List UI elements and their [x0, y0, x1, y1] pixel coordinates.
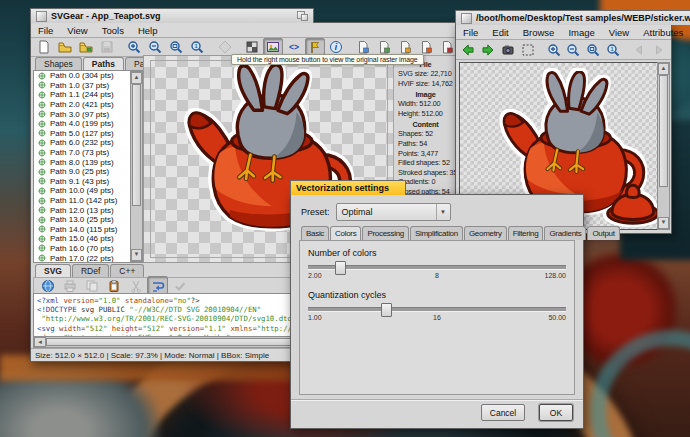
image-v-scrollbar[interactable]: ▲ ▼	[657, 62, 670, 230]
path-list-item[interactable]: Path 12.0 (13 pts)	[34, 205, 142, 215]
showimage-menu-browse[interactable]: Browse	[516, 27, 562, 38]
zoom-in-button[interactable]	[124, 38, 144, 57]
zoom-original-button[interactable]: 1	[187, 38, 207, 57]
number-of-colors-slider[interactable]	[308, 265, 566, 270]
dialog-tab-basic[interactable]: Basic	[301, 226, 329, 240]
showimage-menu-edit[interactable]: Edit	[485, 27, 515, 38]
path-list-item[interactable]: Path 0.0 (304 pts)	[34, 71, 142, 81]
info-row: HVIF size: 14,762	[394, 79, 457, 89]
path-target-icon	[38, 235, 46, 243]
forward-button[interactable]	[479, 40, 498, 59]
open-folder-button[interactable]	[55, 38, 75, 57]
path-list-item[interactable]: Path 9.0 (25 pts)	[34, 167, 142, 177]
scroll-up-icon[interactable]: ▲	[131, 72, 142, 84]
zoom-out-button[interactable]	[564, 40, 583, 59]
export-hvif-icon	[419, 40, 433, 54]
scroll-down-icon[interactable]: ▼	[131, 249, 142, 261]
path-list-item[interactable]: Path 1.1 (244 pts)	[34, 90, 142, 100]
cancel-button[interactable]: Cancel	[481, 404, 525, 421]
scroll-down-icon[interactable]: ▼	[658, 217, 669, 229]
path-target-icon	[38, 187, 46, 195]
page-prev-button[interactable]	[630, 40, 649, 59]
open-image-button[interactable]	[76, 38, 96, 57]
path-list-item[interactable]: Path 3.0 (97 pts)	[34, 109, 142, 119]
preset-value: Optimal	[342, 207, 373, 217]
path-target-icon	[38, 158, 46, 166]
path-list-item[interactable]: Path 14.0 (115 pts)	[34, 225, 142, 235]
path-list-item[interactable]: Path 9.1 (43 pts)	[34, 177, 142, 187]
path-list-item[interactable]: Path 13.0 (25 pts)	[34, 215, 142, 225]
dialog-tab-gradients[interactable]: Gradients	[544, 226, 586, 240]
path-label: Path 17.0 (22 pts)	[50, 254, 114, 263]
zoom-in-button[interactable]	[544, 40, 563, 59]
dialog-tab-filtering[interactable]: Filtering	[508, 226, 544, 240]
slideshow-button[interactable]	[499, 40, 518, 59]
path-list-item[interactable]: Path 7.0 (73 pts)	[34, 148, 142, 158]
showimage-window-tab[interactable]: /boot/home/Desktop/Test samples/WEBP/sti…	[455, 10, 690, 25]
dialog-tab-output[interactable]: Output	[587, 226, 619, 240]
svgear-menu-view[interactable]: View	[60, 25, 94, 36]
quantization-cycles-slider[interactable]	[308, 307, 566, 312]
scroll-up-icon[interactable]: ▲	[658, 63, 669, 75]
path-list-item[interactable]: Path 2.0 (421 pts)	[34, 100, 142, 110]
svgear-window-tab[interactable]: SVGear - App_Teapot.svg	[30, 8, 314, 23]
close-icon[interactable]	[36, 11, 47, 22]
showimage-menu-view[interactable]: View	[602, 27, 636, 38]
path-list-item[interactable]: Path 8.0 (139 pts)	[34, 157, 142, 167]
zoom-fit-button[interactable]	[166, 38, 186, 57]
selection-button[interactable]	[518, 40, 537, 59]
svgear-menu-file[interactable]: File	[31, 25, 60, 36]
path-list-item[interactable]: Path 5.0 (127 pts)	[34, 129, 142, 139]
back-button[interactable]	[459, 40, 478, 59]
scrollbar-thumb[interactable]	[132, 84, 141, 206]
path-label: Path 6.0 (232 pts)	[50, 138, 114, 147]
word-wrap-icon	[151, 279, 165, 293]
svgear-menu-tools[interactable]: Tools	[95, 25, 131, 36]
dialog-tab-processing[interactable]: Processing	[362, 226, 409, 240]
path-list-scrollbar[interactable]: ▲ ▼	[130, 71, 143, 262]
zoom-fit-button[interactable]	[584, 40, 603, 59]
dialog-tab-colors[interactable]: Colors	[330, 226, 361, 241]
zoom-window-icon[interactable]	[297, 11, 308, 21]
path-list-item[interactable]: Path 17.0 (22 pts)	[34, 253, 142, 263]
slideshow-icon	[501, 43, 515, 57]
preset-dropdown[interactable]: Optimal ▼	[336, 203, 451, 221]
close-icon[interactable]	[461, 13, 472, 24]
svgear-menubar: FileViewToolsHelp	[31, 23, 460, 38]
path-list-item[interactable]: Path 10.0 (49 pts)	[34, 186, 142, 196]
button-separator	[291, 399, 583, 401]
path-list[interactable]: Path 0.0 (304 pts)Path 1.0 (37 pts)Path …	[33, 70, 143, 263]
path-target-icon	[38, 139, 46, 147]
ok-button[interactable]: OK	[539, 404, 573, 421]
new-document-button[interactable]	[34, 38, 54, 57]
showimage-menu-image[interactable]: Image	[561, 27, 601, 38]
dialog-tab-simplification[interactable]: Simplification	[410, 226, 463, 240]
left-panel-tab-shapes[interactable]: Shapes	[35, 57, 82, 70]
path-list-item[interactable]: Path 4.0 (199 pts)	[34, 119, 142, 129]
dialog-window-tab[interactable]: Vectorization settings	[290, 180, 406, 195]
path-target-icon	[38, 254, 46, 262]
showimage-menubar: FileEditBrowseImageViewAttributes	[456, 25, 671, 40]
path-list-item[interactable]: Path 6.0 (232 pts)	[34, 138, 142, 148]
path-list-item[interactable]: Path 16.0 (70 pts)	[34, 244, 142, 254]
zoom-out-button[interactable]	[145, 38, 165, 57]
scroll-left-icon[interactable]: ◄	[34, 337, 46, 347]
zoom-original-button[interactable]: 1	[604, 40, 623, 59]
svgear-menu-help[interactable]: Help	[131, 25, 165, 36]
path-label: Path 9.0 (25 pts)	[50, 167, 109, 176]
left-panel-tab-paths[interactable]: Paths	[83, 57, 124, 71]
path-list-item[interactable]: Path 11.0 (142 pts)	[34, 196, 142, 206]
slider-max: 50.00	[548, 314, 566, 321]
page-next-button[interactable]	[649, 40, 668, 59]
showimage-menu-file[interactable]: File	[456, 27, 485, 38]
page-prev-icon	[632, 43, 646, 57]
save-button[interactable]	[97, 38, 117, 57]
dialog-tab-geometry[interactable]: Geometry	[464, 226, 507, 240]
showimage-menu-attributes[interactable]: Attributes	[636, 27, 690, 38]
info-row: Paths: 54	[394, 139, 457, 149]
path-list-item[interactable]: Path 15.0 (46 pts)	[34, 234, 142, 244]
path-label: Path 16.0 (70 pts)	[50, 244, 114, 253]
path-list-item[interactable]: Path 1.0 (37 pts)	[34, 81, 142, 91]
scrollbar-thumb[interactable]	[659, 75, 668, 187]
path-target-icon	[38, 206, 46, 214]
